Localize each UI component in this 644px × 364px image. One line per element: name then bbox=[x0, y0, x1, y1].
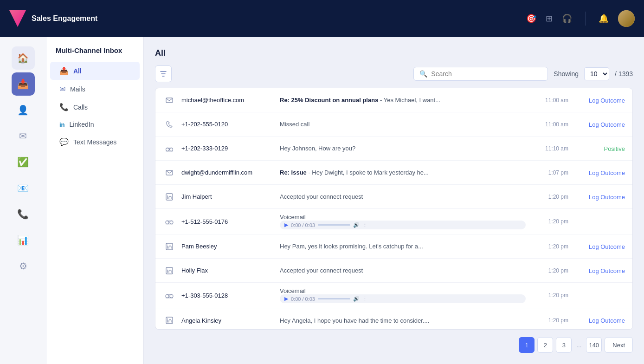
row-contact: michael@theoffice.com bbox=[181, 97, 274, 104]
channel-item-mails[interactable]: ✉ Mails bbox=[50, 80, 140, 98]
row-icon-linkedin bbox=[163, 317, 176, 324]
avatar-image bbox=[618, 10, 635, 27]
row-icon-linkedin bbox=[163, 267, 176, 274]
logo-icon bbox=[9, 10, 26, 27]
log-outcome-button[interactable]: Log Outcome bbox=[589, 267, 625, 274]
row-icon-linkedin bbox=[163, 193, 176, 201]
audio-player: ▶ 0:00 / 0:03 🔊 ⋮ bbox=[280, 294, 526, 303]
table-row: michael@theoffice.com Re: 25% Discount o… bbox=[155, 88, 632, 112]
linkedin-icon: in bbox=[59, 121, 65, 128]
channel-item-all[interactable]: 📥 All bbox=[50, 62, 140, 80]
row-message-text: - Yes Michael, I want... bbox=[378, 97, 440, 104]
page-3-button[interactable]: 3 bbox=[556, 337, 572, 353]
row-icon-email bbox=[163, 169, 176, 176]
showing-select[interactable]: 10 25 50 bbox=[584, 67, 609, 80]
row-time: 1:20 pm bbox=[531, 267, 568, 274]
row-icon-voicemail bbox=[163, 145, 176, 152]
channel-item-calls[interactable]: 📞 Calls bbox=[50, 98, 140, 116]
channel-item-linkedin[interactable]: in LinkedIn bbox=[50, 116, 140, 133]
row-action: Log Outcome bbox=[574, 266, 625, 275]
target-icon[interactable]: 🎯 bbox=[526, 13, 536, 24]
row-message: Hey Johnson, How are you? bbox=[280, 145, 526, 152]
log-outcome-button[interactable]: Log Outcome bbox=[589, 243, 625, 250]
row-action: Positive bbox=[574, 144, 625, 153]
row-icon-email bbox=[163, 97, 176, 104]
page-1-button[interactable]: 1 bbox=[519, 337, 535, 353]
svg-rect-10 bbox=[166, 267, 173, 274]
avatar[interactable] bbox=[618, 10, 635, 27]
audio-progress-bar[interactable] bbox=[318, 298, 350, 299]
table-row: +1-303-555-0128 Voicemail ▶ 0:00 / 0:03 … bbox=[155, 283, 632, 308]
sidebar-item-send[interactable]: ✉ bbox=[12, 124, 35, 148]
audio-volume-icon[interactable]: 🔊 bbox=[353, 296, 360, 302]
next-button[interactable]: Next bbox=[605, 337, 633, 353]
icon-sidebar: 🏠 📥 👤 ✉ ✅ 📧 📞 📊 ⚙ bbox=[0, 37, 46, 364]
sidebar-item-phone[interactable]: 📞 bbox=[12, 202, 35, 226]
audio-time: 0:00 / 0:03 bbox=[291, 296, 315, 302]
table-row: +1-202-555-0120 Missed call 11:00 am Log… bbox=[155, 112, 632, 136]
page-140-button[interactable]: 140 bbox=[586, 337, 602, 353]
channel-item-all-label: All bbox=[73, 67, 82, 75]
row-message: Accepted your connect request bbox=[280, 193, 526, 200]
positive-badge: Positive bbox=[604, 145, 625, 152]
audio-progress-bar[interactable] bbox=[318, 224, 350, 226]
channel-item-text[interactable]: 💬 Text Messages bbox=[50, 133, 140, 151]
mails-icon: ✉ bbox=[59, 84, 65, 93]
log-outcome-button[interactable]: Log Outcome bbox=[589, 317, 625, 324]
svg-rect-14 bbox=[166, 317, 173, 324]
topnav: Sales Engagement 🎯 ⊞ 🎧 🔔 bbox=[0, 0, 644, 37]
row-action: Log Outcome bbox=[574, 193, 625, 201]
channel-item-linkedin-label: LinkedIn bbox=[70, 121, 94, 128]
page-title: All bbox=[155, 48, 633, 58]
bell-icon[interactable]: 🔔 bbox=[599, 13, 609, 24]
sidebar-item-analytics[interactable]: 📊 bbox=[12, 228, 35, 252]
row-icon-voicemail2 bbox=[163, 292, 176, 299]
row-message: Missed call bbox=[280, 121, 526, 128]
row-action: Log Outcome bbox=[574, 169, 625, 177]
row-message: Voicemail ▶ 0:00 / 0:03 🔊 ⋮ bbox=[280, 214, 526, 229]
audio-play-button[interactable]: ▶ bbox=[284, 222, 288, 228]
search-box: 🔍 bbox=[413, 67, 548, 81]
audio-more-icon[interactable]: ⋮ bbox=[362, 222, 367, 228]
sidebar-item-tasks[interactable]: ✅ bbox=[12, 150, 35, 174]
row-contact: Pam Beesley bbox=[181, 243, 274, 250]
headset-icon[interactable]: 🎧 bbox=[562, 13, 572, 24]
svg-point-15 bbox=[167, 318, 168, 319]
logo-area: Sales Engagement bbox=[9, 10, 148, 27]
audio-more-icon[interactable]: ⋮ bbox=[362, 296, 367, 302]
sidebar-item-settings[interactable]: ⚙ bbox=[12, 254, 35, 278]
log-outcome-button[interactable]: Log Outcome bbox=[589, 97, 625, 104]
calls-icon: 📞 bbox=[59, 103, 69, 111]
inbox-table: michael@theoffice.com Re: 25% Discount o… bbox=[155, 88, 633, 330]
sidebar-item-inbox[interactable]: 📥 bbox=[12, 72, 35, 96]
row-message: Hey Pam, yes it looks promising. Let's c… bbox=[280, 243, 526, 250]
page-2-button[interactable]: 2 bbox=[537, 337, 553, 353]
log-outcome-button[interactable]: Log Outcome bbox=[589, 194, 625, 201]
table-row: dwight@dundermifflin.com Re: Issue - Hey… bbox=[155, 161, 632, 185]
table-row: Holly Flax Accepted your connect request… bbox=[155, 259, 632, 283]
audio-time: 0:00 / 0:03 bbox=[291, 222, 315, 228]
grid-icon[interactable]: ⊞ bbox=[546, 13, 553, 24]
showing-label: Showing bbox=[554, 70, 579, 78]
channel-sidebar-title: Multi-Channel Inbox bbox=[46, 46, 143, 62]
row-message: Re: Issue - Hey Dwight, I spoke to Mark … bbox=[280, 169, 526, 176]
table-row: Angela Kinsley Hey Angela, I hope you ha… bbox=[155, 308, 632, 330]
row-contact: Angela Kinsley bbox=[181, 317, 274, 324]
search-input[interactable] bbox=[431, 70, 542, 78]
row-message: Re: 25% Discount on annual plans - Yes M… bbox=[280, 97, 526, 104]
row-time: 11:10 am bbox=[531, 145, 568, 152]
svg-point-5 bbox=[167, 195, 168, 195]
channel-item-calls-label: Calls bbox=[73, 104, 88, 111]
sidebar-item-email[interactable]: 📧 bbox=[12, 176, 35, 200]
log-outcome-button[interactable]: Log Outcome bbox=[589, 121, 625, 128]
filter-button[interactable] bbox=[155, 65, 172, 82]
page-ellipsis: ... bbox=[574, 342, 583, 349]
sidebar-item-contacts[interactable]: 👤 bbox=[12, 98, 35, 122]
log-outcome-button[interactable]: Log Outcome bbox=[589, 169, 625, 176]
table-row: +1-202-333-0129 Hey Johnson, How are you… bbox=[155, 136, 632, 161]
sidebar-item-home[interactable]: 🏠 bbox=[12, 46, 35, 70]
audio-volume-icon[interactable]: 🔊 bbox=[353, 222, 360, 228]
audio-play-button[interactable]: ▶ bbox=[284, 296, 288, 302]
row-time: 11:00 am bbox=[531, 97, 568, 104]
row-message: Voicemail ▶ 0:00 / 0:03 🔊 ⋮ bbox=[280, 287, 526, 303]
